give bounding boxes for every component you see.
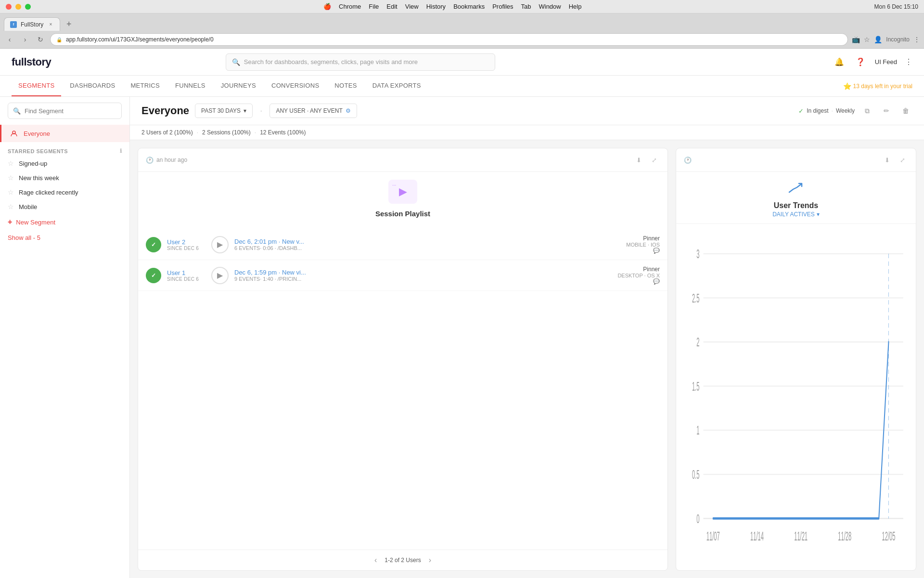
mac-edit-menu[interactable]: Edit bbox=[386, 3, 397, 10]
mac-time: Mon 6 Dec 15:10 bbox=[874, 3, 918, 10]
user-avatar: ✓ bbox=[146, 237, 161, 252]
session-play-btn[interactable]: ▶ bbox=[211, 267, 229, 284]
nav-item-notes[interactable]: NOTES bbox=[328, 76, 363, 96]
nav-item-dashboards[interactable]: DASHBOARDS bbox=[63, 76, 122, 96]
segment-search[interactable]: 🔍 bbox=[8, 103, 122, 119]
nav-item-metrics[interactable]: METRICS bbox=[124, 76, 167, 96]
trends-panel-actions: ⬇ ⤢ bbox=[881, 154, 908, 166]
new-tab-btn[interactable]: + bbox=[62, 17, 76, 31]
reload-btn[interactable]: ↻ bbox=[35, 34, 46, 45]
mac-window-menu[interactable]: Window bbox=[539, 3, 561, 10]
trends-download-btn[interactable]: ⬇ bbox=[881, 154, 893, 166]
notifications-icon[interactable]: 🔔 bbox=[833, 55, 846, 69]
session-device-name: Pinner bbox=[617, 266, 660, 273]
starred-item-label: Mobile bbox=[19, 203, 37, 210]
starred-info-icon[interactable]: ℹ bbox=[120, 148, 122, 154]
trial-badge: ⭐ 13 days left in your trial bbox=[843, 82, 912, 90]
mac-close-btn[interactable] bbox=[6, 4, 12, 10]
nav-item-journeys[interactable]: JOURNEYS bbox=[214, 76, 263, 96]
mac-bookmarks-menu[interactable]: Bookmarks bbox=[453, 3, 485, 10]
segment-content-header: Everyone PAST 30 DAYS ▾ · ANY USER · ANY… bbox=[130, 97, 924, 125]
new-segment-label: New Segment bbox=[16, 219, 55, 226]
session-play-btn[interactable]: ▶ bbox=[211, 236, 229, 253]
sidebar-everyone-label: Everyone bbox=[24, 130, 50, 137]
tab-close-btn[interactable]: × bbox=[47, 21, 54, 28]
session-user-name: User 1 bbox=[167, 269, 205, 276]
mac-minimize-btn[interactable] bbox=[15, 4, 21, 10]
edit-btn[interactable]: ✏ bbox=[880, 104, 893, 118]
playlist-download-btn[interactable]: ⬇ bbox=[633, 154, 644, 166]
mac-apple-menu[interactable]: 🍎 bbox=[323, 3, 331, 10]
trend-subtitle[interactable]: DAILY ACTIVES ▾ bbox=[772, 211, 820, 218]
ui-feed-button[interactable]: UI Feed bbox=[875, 58, 897, 66]
mac-tab-menu[interactable]: Tab bbox=[521, 3, 531, 10]
trend-subtitle-text: DAILY ACTIVES bbox=[772, 211, 815, 218]
profile-icon[interactable]: 👤 bbox=[874, 36, 882, 43]
session-user-info: User 1 SINCE DEC 6 bbox=[167, 269, 205, 282]
starred-item-label: Signed-up bbox=[19, 160, 47, 167]
app-logo[interactable]: fullstory bbox=[12, 56, 51, 68]
session-device-name: Pinner bbox=[626, 235, 660, 242]
show-all-link[interactable]: Show all - 5 bbox=[0, 230, 129, 245]
url-bar[interactable]: 🔒 app.fullstory.com/ui/173GXJ/segments/e… bbox=[50, 33, 848, 46]
starred-item-signed-up[interactable]: ☆ Signed-up bbox=[0, 156, 129, 171]
mac-help-menu[interactable]: Help bbox=[569, 3, 582, 10]
svg-text:2: 2 bbox=[696, 335, 699, 349]
mac-history-menu[interactable]: History bbox=[426, 3, 446, 10]
cast-icon[interactable]: 📺 bbox=[852, 36, 860, 43]
bookmark-icon[interactable]: ☆ bbox=[864, 36, 870, 43]
sidebar-item-everyone[interactable]: Everyone bbox=[0, 125, 129, 142]
prev-page-btn[interactable]: ‹ bbox=[374, 556, 377, 565]
new-segment-plus-icon: + bbox=[8, 218, 12, 226]
starred-item-new-this-week[interactable]: ☆ New this week bbox=[0, 171, 129, 185]
starred-label: STARRED SEGMENTS bbox=[8, 148, 68, 154]
mac-view-menu[interactable]: View bbox=[405, 3, 419, 10]
nav-item-conversions[interactable]: CONVERSIONS bbox=[265, 76, 326, 96]
global-search-bar[interactable]: 🔍 Search for dashboards, segments, click… bbox=[226, 53, 495, 71]
session-row[interactable]: ✓ User 1 SINCE DEC 6 ▶ Dec 6, 1:59 pm · … bbox=[138, 260, 667, 291]
new-segment-btn[interactable]: + New Segment bbox=[0, 214, 129, 230]
mac-chrome-menu[interactable]: Chrome bbox=[339, 3, 361, 10]
menu-icon[interactable]: ⋮ bbox=[913, 36, 920, 43]
star-icon-new-this-week: ☆ bbox=[8, 174, 14, 182]
delete-btn[interactable]: 🗑 bbox=[899, 104, 912, 118]
starred-item-rage-clicked[interactable]: ☆ Rage clicked recently bbox=[0, 185, 129, 199]
copy-btn[interactable]: ⧉ bbox=[860, 104, 874, 118]
back-btn[interactable]: ‹ bbox=[4, 34, 15, 45]
segment-search-input[interactable] bbox=[25, 107, 116, 115]
clock-icon: 🕐 bbox=[146, 157, 154, 164]
filter-settings-icon: ⚙ bbox=[346, 107, 351, 114]
starred-item-label: New this week bbox=[19, 174, 59, 182]
help-icon[interactable]: ❓ bbox=[854, 55, 867, 69]
session-meta: 6 EVENTS· 0:06 · /DASHB... bbox=[234, 245, 620, 251]
header-more-btn[interactable]: ⋮ bbox=[905, 57, 912, 66]
mac-maximize-btn[interactable] bbox=[25, 4, 31, 10]
session-link[interactable]: Dec 6, 1:59 pm · New vi... bbox=[234, 269, 612, 276]
mac-profiles-menu[interactable]: Profiles bbox=[492, 3, 513, 10]
svg-text:11/07: 11/07 bbox=[706, 529, 720, 543]
nav-item-funnels[interactable]: FUNNELS bbox=[168, 76, 212, 96]
session-device-detail: MOBILE · IOS bbox=[626, 242, 660, 248]
tab-title: FullStory bbox=[21, 21, 43, 28]
svg-text:11/28: 11/28 bbox=[838, 529, 851, 543]
nav-item-data-exports[interactable]: DATA EXPORTS bbox=[366, 76, 428, 96]
playlist-expand-btn[interactable]: ⤢ bbox=[648, 154, 660, 166]
extensions-icon[interactable]: Incognito bbox=[886, 36, 910, 43]
next-page-btn[interactable]: › bbox=[429, 556, 431, 565]
clock-icon: 🕐 bbox=[684, 157, 692, 164]
trends-expand-btn[interactable]: ⤢ bbox=[897, 154, 908, 166]
mac-status-bar: Mon 6 Dec 15:10 bbox=[874, 3, 918, 10]
trial-star-icon: ⭐ bbox=[843, 82, 851, 90]
playlist-panel-header: 🕐 an hour ago ⬇ ⤢ bbox=[138, 148, 667, 172]
trend-chevron-icon: ▾ bbox=[817, 211, 820, 218]
date-filter-btn[interactable]: PAST 30 DAYS ▾ bbox=[195, 104, 253, 118]
starred-item-mobile[interactable]: ☆ Mobile bbox=[0, 199, 129, 214]
forward-btn[interactable]: › bbox=[19, 34, 31, 45]
search-placeholder-text: Search for dashboards, segments, clicks,… bbox=[244, 58, 418, 66]
active-tab[interactable]: f FullStory × bbox=[4, 17, 60, 31]
nav-item-segments[interactable]: SEGMENTS bbox=[12, 76, 61, 96]
mac-file-menu[interactable]: File bbox=[369, 3, 379, 10]
session-row[interactable]: ✓ User 2 SINCE DEC 6 ▶ Dec 6, 2:01 pm · … bbox=[138, 229, 667, 260]
event-filter-btn[interactable]: ANY USER · ANY EVENT ⚙ bbox=[270, 104, 357, 118]
session-link[interactable]: Dec 6, 2:01 pm · New v... bbox=[234, 238, 620, 245]
